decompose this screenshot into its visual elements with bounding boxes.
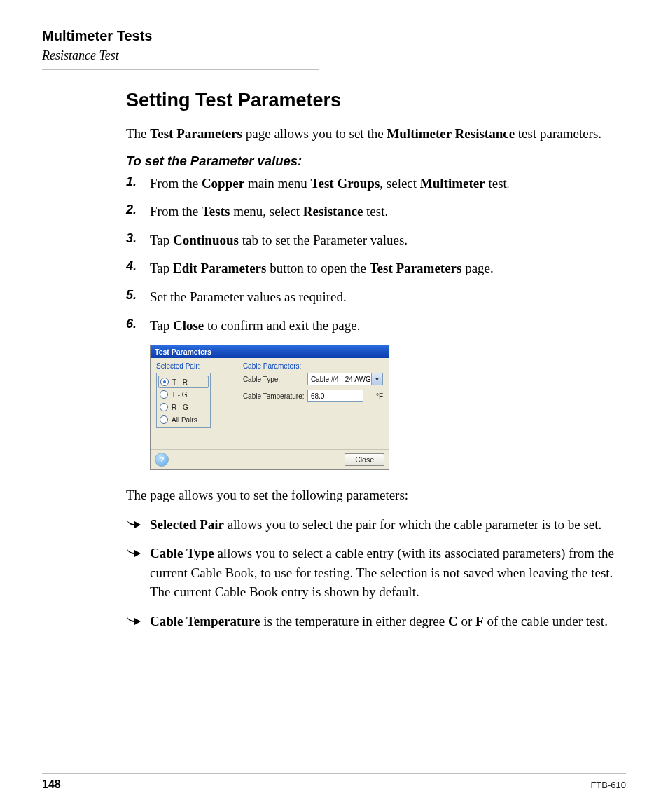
intro-paragraph: The Test Parameters page allows you to s… xyxy=(126,124,619,144)
step-number: 6. xyxy=(126,317,150,336)
doc-id: FTB-610 xyxy=(590,780,626,790)
page-number: 148 xyxy=(42,778,61,791)
step-text: Tap Close to confirm and exit the page. xyxy=(150,317,360,336)
cable-temperature-unit: °F xyxy=(376,392,383,400)
bullet-selected-pair: Selected Pair allows you to select the p… xyxy=(126,515,619,535)
dialog-titlebar: Test Parameters xyxy=(151,345,389,358)
arrow-icon xyxy=(126,612,150,631)
radio-r-g[interactable]: R - G xyxy=(158,401,209,413)
step-text: Set the Parameter values as required. xyxy=(150,288,347,307)
step-item: 3. Tap Continuous tab to set the Paramet… xyxy=(126,231,619,250)
step-item: 6. Tap Close to confirm and exit the pag… xyxy=(126,317,619,336)
step-text: From the Tests menu, select Resistance t… xyxy=(150,202,388,221)
step-item: 2. From the Tests menu, select Resistanc… xyxy=(126,202,619,221)
cable-parameters-label: Cable Parameters: xyxy=(243,362,383,370)
parameter-bullets: Selected Pair allows you to select the p… xyxy=(126,515,619,631)
chevron-down-icon: ▼ xyxy=(371,373,382,385)
arrow-icon xyxy=(126,544,150,602)
step-text: Tap Edit Parameters button to open the T… xyxy=(150,259,494,278)
page-heading: Setting Test Parameters xyxy=(126,90,619,111)
header-divider xyxy=(42,69,319,70)
step-number: 4. xyxy=(126,259,150,278)
selected-pair-box: T - R T - G R - G All Pairs xyxy=(156,373,211,428)
bullet-cable-type: Cable Type allows you to select a cable … xyxy=(126,544,619,602)
cable-type-value: Cable #4 - 24 AWG xyxy=(311,376,371,383)
radio-t-g[interactable]: T - G xyxy=(158,388,209,401)
step-item: 5. Set the Parameter values as required. xyxy=(126,288,619,307)
radio-t-r[interactable]: T - R xyxy=(158,376,209,388)
after-paragraph: The page allows you to set the following… xyxy=(126,486,619,505)
step-text: From the Copper main menu Test Groups, s… xyxy=(150,174,509,193)
help-icon[interactable]: ? xyxy=(155,453,169,467)
step-text: Tap Continuous tab to set the Parameter … xyxy=(150,231,408,250)
bullet-cable-temperature: Cable Temperature is the temperature in … xyxy=(126,612,619,631)
radio-all-pairs[interactable]: All Pairs xyxy=(158,413,209,426)
cable-temperature-label: Cable Temperature: xyxy=(243,392,307,400)
intro-mid: page allows you to set the xyxy=(242,126,387,141)
step-number: 5. xyxy=(126,288,150,307)
step-number: 3. xyxy=(126,231,150,250)
step-number: 1. xyxy=(126,174,150,193)
test-parameters-dialog: Test Parameters Selected Pair: T - R T -… xyxy=(150,345,389,470)
radio-icon xyxy=(160,403,168,411)
subheading: To set the Parameter values: xyxy=(126,153,619,169)
intro-pre: The xyxy=(126,126,150,141)
radio-icon xyxy=(160,390,168,399)
page-footer: 148 FTB-610 xyxy=(42,773,626,791)
radio-icon xyxy=(160,415,168,424)
selected-pair-label: Selected Pair: xyxy=(156,362,239,370)
step-number: 2. xyxy=(126,202,150,221)
steps-list: 1. From the Copper main menu Test Groups… xyxy=(126,174,619,336)
intro-bold-multimeter-resistance: Multimeter Resistance xyxy=(387,126,515,141)
intro-bold-test-parameters: Test Parameters xyxy=(150,126,242,141)
close-button[interactable]: Close xyxy=(345,453,384,466)
step-item: 1. From the Copper main menu Test Groups… xyxy=(126,174,619,193)
cable-type-label: Cable Type: xyxy=(243,376,307,383)
step-item: 4. Tap Edit Parameters button to open th… xyxy=(126,259,619,278)
chapter-title: Multimeter Tests xyxy=(42,28,626,44)
cable-type-combo[interactable]: Cable #4 - 24 AWG ▼ xyxy=(307,373,383,385)
intro-post: test parameters. xyxy=(515,126,601,141)
arrow-icon xyxy=(126,515,150,535)
section-name: Resistance Test xyxy=(42,48,626,63)
cable-temperature-input[interactable]: 68.0 xyxy=(307,390,363,402)
radio-icon xyxy=(160,378,169,386)
